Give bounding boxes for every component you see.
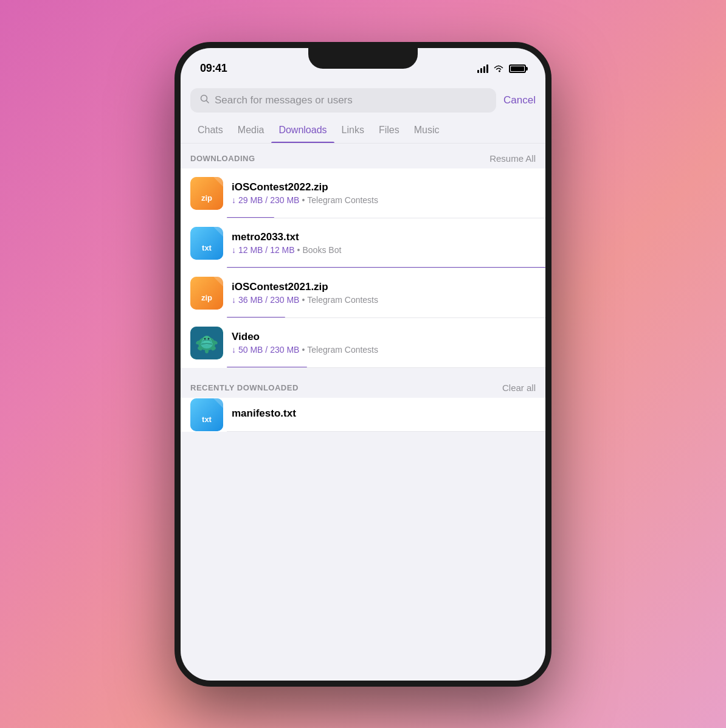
resume-all-button[interactable]: Resume All xyxy=(489,153,536,164)
file-name-4: Video xyxy=(232,331,536,343)
recently-section-header: RECENTLY DOWNLOADED Clear all xyxy=(181,373,545,398)
download-arrow-icon: ↓ xyxy=(232,245,236,255)
search-container: Search for messages or users Cancel xyxy=(181,81,545,113)
progress-bar-4 xyxy=(227,367,307,368)
wifi-icon xyxy=(493,64,504,73)
file-info-4: Video ↓ 50 MB / 230 MB • Telegram Contes… xyxy=(232,331,536,355)
file-info-1: iOSContest2022.zip ↓ 29 MB / 230 MB • Te… xyxy=(232,181,536,205)
file-name-3: iOSContest2021.zip xyxy=(232,281,536,293)
svg-point-13 xyxy=(208,338,210,339)
file-info-manifesto: manifesto.txt xyxy=(232,407,536,421)
file-icon-zip-2: zip xyxy=(190,277,223,310)
file-icon-txt-2: txt xyxy=(190,398,223,431)
tab-links[interactable]: Links xyxy=(334,120,372,143)
file-icon-txt-1: txt xyxy=(190,227,223,260)
cancel-button[interactable]: Cancel xyxy=(503,94,536,106)
search-icon xyxy=(200,94,210,106)
notch xyxy=(308,48,418,69)
download-arrow-icon: ↓ xyxy=(232,345,236,355)
recently-list: txt manifesto.txt xyxy=(181,398,545,432)
tab-music[interactable]: Music xyxy=(407,120,447,143)
file-info-2: metro2033.txt ↓ 12 MB / 12 MB • Books Bo… xyxy=(232,231,536,255)
svg-point-18 xyxy=(205,348,209,353)
downloading-list: zip iOSContest2022.zip ↓ 29 MB / 230 MB … xyxy=(181,168,545,368)
tab-media[interactable]: Media xyxy=(230,120,272,143)
download-item[interactable]: zip iOSContest2022.zip ↓ 29 MB / 230 MB … xyxy=(181,168,545,218)
signal-icon xyxy=(477,64,488,73)
recently-title: RECENTLY DOWNLOADED xyxy=(190,383,299,392)
downloading-title: DOWNLOADING xyxy=(190,154,255,163)
recently-downloaded-section: RECENTLY DOWNLOADED Clear all xyxy=(181,373,545,432)
download-item[interactable]: zip iOSContest2021.zip ↓ 36 MB / 230 MB … xyxy=(181,268,545,318)
battery-icon xyxy=(509,64,526,73)
tabs-container: Chats Media Downloads Links Files Music xyxy=(181,120,545,144)
tab-files[interactable]: Files xyxy=(372,120,407,143)
content-area: Search for messages or users Cancel Chat… xyxy=(181,81,545,681)
file-name-1: iOSContest2022.zip xyxy=(232,181,536,193)
download-item[interactable]: txt manifesto.txt xyxy=(181,398,545,432)
status-time: 09:41 xyxy=(200,62,227,75)
file-name-2: metro2033.txt xyxy=(232,231,536,243)
svg-point-12 xyxy=(204,338,206,339)
status-icons xyxy=(477,64,526,73)
file-meta-3: ↓ 36 MB / 230 MB • Telegram Contests xyxy=(232,295,536,305)
file-info-3: iOSContest2021.zip ↓ 36 MB / 230 MB • Te… xyxy=(232,281,536,305)
svg-line-1 xyxy=(207,100,209,103)
clear-all-button[interactable]: Clear all xyxy=(502,383,536,393)
download-arrow-icon: ↓ xyxy=(232,195,236,205)
file-meta-1: ↓ 29 MB / 230 MB • Telegram Contests xyxy=(232,195,536,205)
file-name-manifesto: manifesto.txt xyxy=(232,407,536,420)
search-bar[interactable]: Search for messages or users xyxy=(190,88,496,113)
downloading-section-header: DOWNLOADING Resume All xyxy=(181,144,545,168)
download-arrow-icon: ↓ xyxy=(232,295,236,305)
download-item[interactable]: Video ↓ 50 MB / 230 MB • Telegram Contes… xyxy=(181,318,545,368)
tab-downloads[interactable]: Downloads xyxy=(271,120,334,143)
phone-frame: 09:41 xyxy=(175,42,551,687)
video-thumbnail xyxy=(190,327,223,359)
file-icon-zip-1: zip xyxy=(190,177,223,210)
download-item[interactable]: txt metro2033.txt ↓ 12 MB / 12 MB • Book… xyxy=(181,218,545,268)
file-meta-2: ↓ 12 MB / 12 MB • Books Bot xyxy=(232,245,536,255)
search-placeholder: Search for messages or users xyxy=(215,94,353,106)
file-meta-4: ↓ 50 MB / 230 MB • Telegram Contests xyxy=(232,345,536,355)
tab-chats[interactable]: Chats xyxy=(190,120,230,143)
